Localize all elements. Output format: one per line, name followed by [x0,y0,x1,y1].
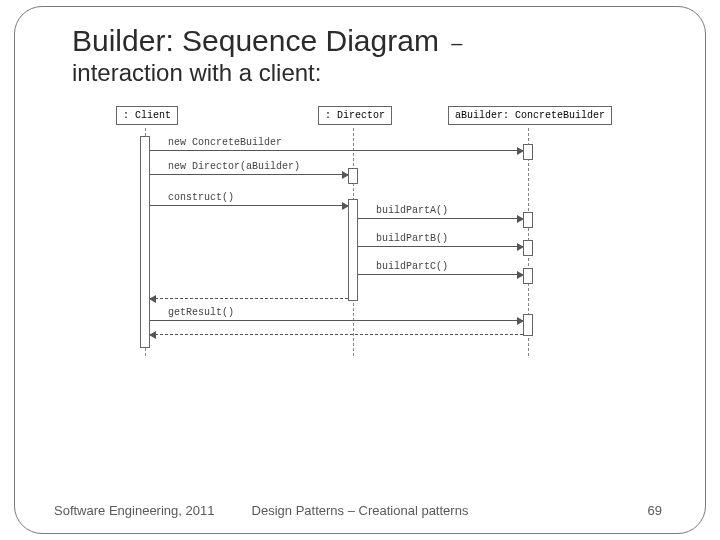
activation-builder-a [523,212,533,228]
activation-director-1 [348,168,358,184]
msg-buildparta [358,218,523,219]
activation-director-2 [348,199,358,301]
activation-builder-1 [523,144,533,160]
activation-builder-c [523,268,533,284]
participant-client: : Client [116,106,178,125]
return-construct [150,298,348,299]
msg-getresult [150,320,523,321]
activation-builder-result [523,314,533,336]
slide-title: Builder: Sequence Diagram – [72,24,682,57]
msg-label-new-builder: new ConcreteBuilder [168,137,282,148]
title-dash: – [447,32,462,54]
footer-left: Software Engineering, 2011 [54,503,214,518]
msg-new-builder [150,150,523,151]
activation-client [140,136,150,348]
msg-label-getresult: getResult() [168,307,234,318]
msg-new-director [150,174,348,175]
msg-buildpartc [358,274,523,275]
msg-label-construct: construct() [168,192,234,203]
msg-buildpartb [358,246,523,247]
participant-director: : Director [318,106,392,125]
slide: Builder: Sequence Diagram – interaction … [0,0,720,540]
title-main: Builder: Sequence Diagram [72,24,439,57]
slide-subtitle: interaction with a client: [72,59,682,87]
sequence-diagram: : Client : Director aBuilder: ConcreteBu… [108,106,628,366]
participant-builder: aBuilder: ConcreteBuilder [448,106,612,125]
msg-label-new-director: new Director(aBuilder) [168,161,300,172]
activation-builder-b [523,240,533,256]
footer-center: Design Patterns – Creational patterns [252,503,469,518]
msg-construct [150,205,348,206]
msg-label-buildparta: buildPartA() [376,205,448,216]
return-getresult [150,334,523,335]
footer: Software Engineering, 2011 Design Patter… [0,503,720,518]
msg-label-buildpartc: buildPartC() [376,261,448,272]
footer-right: 69 [648,503,662,518]
msg-label-buildpartb: buildPartB() [376,233,448,244]
